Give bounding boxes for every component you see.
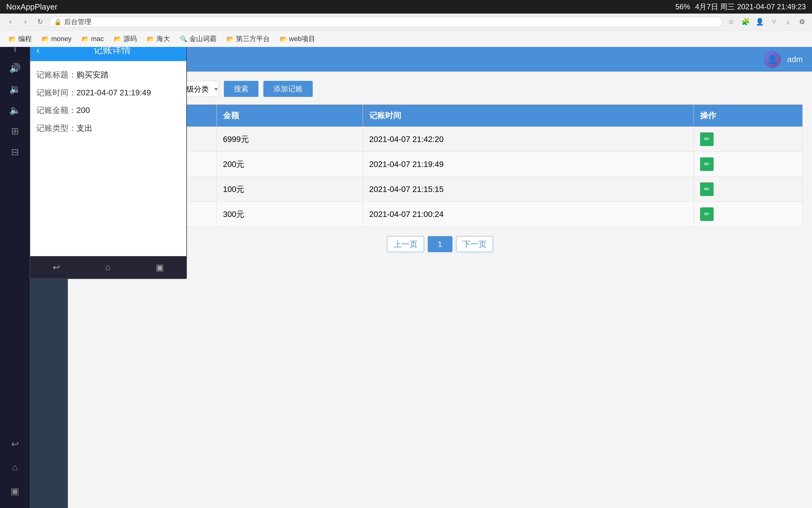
nox-player-sidebar: 🏠 📍 🔊 🔉 🔈 ⊞ ⊟ ↩ ⌂ ▣ <box>0 13 30 508</box>
col-time: 记账时间 <box>363 104 694 127</box>
nox-volume2-icon[interactable]: 🔉 <box>5 79 25 99</box>
battery-status: 56% <box>675 2 690 11</box>
phone-value-title: 购买安踏 <box>77 69 108 82</box>
bookmark-haidai-icon: 📂 <box>147 35 154 43</box>
edit-button-3[interactable]: ✏ <box>700 207 714 221</box>
cell-amount-0: 6999元 <box>217 127 363 152</box>
nox-recent-icon[interactable]: ▣ <box>5 481 25 501</box>
bookmark-mac-icon: 📂 <box>82 35 89 43</box>
mac-datetime: 4月7日 周三 2021-04-07 21:49:23 <box>695 2 806 12</box>
bookmark-dict[interactable]: 🔍 金山词霸 <box>176 33 220 45</box>
bookmark-web-icon: 📂 <box>280 35 287 43</box>
browser-reload-button[interactable]: ↻ <box>35 16 46 28</box>
browser-back-button[interactable]: ‹ <box>5 16 16 28</box>
phone-value-amount: 200 <box>77 104 90 117</box>
bookmark-source-icon: 📂 <box>114 35 122 43</box>
cell-time-3: 2021-04-07 21:00:24 <box>363 202 694 227</box>
cell-action-3: ✏ <box>694 202 803 227</box>
browser-toolbar: ‹ › ↻ 🔒 后台管理 ☆ 🧩 👤 ⑂ ↓ ⚙ <box>0 13 812 30</box>
browser-forward-button[interactable]: › <box>20 16 31 28</box>
user-avatar: 👤 <box>764 51 781 68</box>
bookmark-coding-icon: 📂 <box>9 35 16 43</box>
bookmark-coding[interactable]: 📂 编程 <box>5 33 36 45</box>
cell-time-1: 2021-04-07 21:19:49 <box>363 152 694 177</box>
bookmark-haidai[interactable]: 📂 海大 <box>143 33 174 45</box>
nox-apps-icon[interactable]: ⊞ <box>5 121 25 141</box>
download-icon[interactable]: ↓ <box>783 17 793 27</box>
phone-label-type: 记账类型： <box>36 122 77 135</box>
bookmark-thirdparty[interactable]: 📂 第三方平台 <box>223 33 274 45</box>
mac-topbar-right: 56% 4月7日 周三 2021-04-07 21:49:23 <box>675 2 806 12</box>
cell-amount-1: 200元 <box>217 152 363 177</box>
edit-button-1[interactable]: ✏ <box>700 157 714 171</box>
emulator-screen: 📶 📡 🔋 9:49 ‹ 记账详情 记账标题： 购买安踏 记账时间： 2021-… <box>30 28 186 256</box>
cell-amount-2: 100元 <box>217 177 363 202</box>
cell-action-0: ✏ <box>694 127 803 152</box>
emulator-window: NOX 夜神安卓模拟器 ⚙ 📶 📡 🔋 9:49 ‹ 记账详情 记账标题： 购买… <box>30 13 187 279</box>
phone-label-amount: 记账金额： <box>36 104 77 117</box>
bookmark-source[interactable]: 📂 源码 <box>110 33 141 45</box>
phone-field-amount: 记账金额： 200 <box>36 104 180 117</box>
phone-field-time: 记账时间： 2021-04-07 21:19:49 <box>36 86 180 99</box>
bookmark-money-icon: 📂 <box>42 35 49 43</box>
browser-chrome: ‹ › ↻ 🔒 后台管理 ☆ 🧩 👤 ⑂ ↓ ⚙ 📂 编程 📂 money 📂 … <box>0 13 812 47</box>
cell-time-2: 2021-04-07 21:15:15 <box>363 177 694 202</box>
phone-nav-recent-button[interactable]: ▣ <box>156 262 164 272</box>
nox-sidebar-bottom: ↩ ⌂ ▣ <box>5 434 25 502</box>
git-icon[interactable]: ⑂ <box>769 17 779 27</box>
settings-icon[interactable]: ⚙ <box>797 17 807 27</box>
phone-label-title: 记账标题： <box>36 69 77 82</box>
col-amount: 金额 <box>217 104 363 127</box>
bookmark-web[interactable]: 📂 web项目 <box>276 33 319 45</box>
bookmark-dict-icon: 🔍 <box>180 35 188 43</box>
emulator-bottom-bar: ↩ ⌂ ▣ <box>30 256 186 279</box>
nox-back-icon[interactable]: ↩ <box>5 434 25 454</box>
phone-field-type: 记账类型： 支出 <box>36 122 180 135</box>
app-title: NoxAppPlayer <box>6 2 57 12</box>
phone-nav-home-button[interactable]: ⌂ <box>105 262 110 272</box>
bookmarks-bar: 📂 编程 📂 money 📂 mac 📂 源码 📂 海大 🔍 金山词霸 📂 第三… <box>0 30 812 47</box>
edit-button-0[interactable]: ✏ <box>700 132 714 146</box>
mac-topbar-left: NoxAppPlayer <box>6 2 57 12</box>
browser-toolbar-icons: ☆ 🧩 👤 ⑂ ↓ ⚙ <box>726 17 807 27</box>
cell-time-0: 2021-04-07 21:42:20 <box>363 127 694 152</box>
nox-volume-icon[interactable]: 🔊 <box>5 58 25 78</box>
nox-volume3-icon[interactable]: 🔈 <box>5 100 25 120</box>
profile-icon[interactable]: 👤 <box>755 17 765 27</box>
mac-topbar: NoxAppPlayer 56% 4月7日 周三 2021-04-07 21:4… <box>0 0 812 13</box>
cell-action-2: ✏ <box>694 177 803 202</box>
extensions-icon[interactable]: 🧩 <box>741 17 750 27</box>
browser-address-bar[interactable]: 🔒 后台管理 <box>49 17 723 27</box>
prev-page-button[interactable]: 上一页 <box>387 236 424 252</box>
bookmark-star-icon[interactable]: ☆ <box>726 17 736 27</box>
phone-value-time: 2021-04-07 21:19:49 <box>77 86 151 99</box>
add-record-button[interactable]: 添加记账 <box>264 81 313 97</box>
edit-button-2[interactable]: ✏ <box>700 182 714 196</box>
phone-field-title: 记账标题： 购买安踏 <box>36 69 180 82</box>
bookmark-money[interactable]: 📂 money <box>38 34 75 44</box>
col-action: 操作 <box>694 104 803 127</box>
phone-nav-back-button[interactable]: ↩ <box>53 262 60 272</box>
current-page-button[interactable]: 1 <box>428 236 452 252</box>
next-page-button[interactable]: 下一页 <box>456 236 493 252</box>
phone-app-content: 记账标题： 购买安踏 记账时间： 2021-04-07 21:19:49 记账金… <box>30 61 186 256</box>
bookmark-mac[interactable]: 📂 mac <box>78 34 108 44</box>
phone-label-time: 记账时间： <box>36 86 77 99</box>
search-button[interactable]: 搜索 <box>224 81 258 97</box>
address-text: 后台管理 <box>64 17 91 27</box>
nox-home2-icon[interactable]: ⌂ <box>5 457 25 477</box>
admin-username: adm <box>787 55 803 64</box>
bookmark-thirdparty-icon: 📂 <box>226 35 234 43</box>
cell-action-1: ✏ <box>694 152 803 177</box>
nox-grid-icon[interactable]: ⊟ <box>5 142 25 162</box>
phone-value-type: 支出 <box>77 122 93 135</box>
cell-amount-3: 300元 <box>217 202 363 227</box>
